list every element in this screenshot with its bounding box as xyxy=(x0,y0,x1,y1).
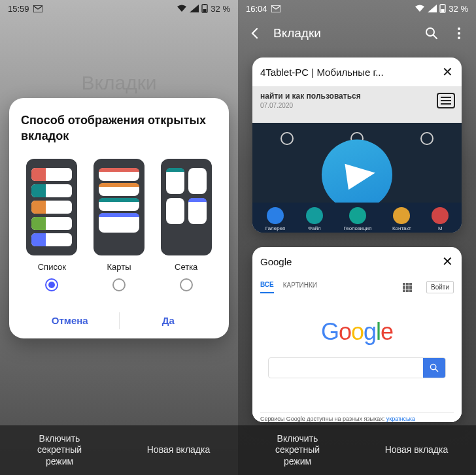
svg-point-9 xyxy=(458,27,460,30)
battery-percent: 32 % xyxy=(211,4,230,14)
tab-preview-2: ВСЕ КАРТИНКИ Войти Google Сервисы Google… xyxy=(252,276,462,422)
layout-options: Список Карты xyxy=(21,159,217,291)
preview-dark-area: Галерея Файл Геопозиция Контакт М xyxy=(252,123,462,233)
nav-file: Файл xyxy=(308,225,321,231)
status-time: 15:59 xyxy=(8,4,29,14)
status-bar: 15:59 32 % xyxy=(0,0,238,17)
option-cards[interactable]: Карты xyxy=(88,159,150,291)
google-logo: Google xyxy=(260,318,454,346)
dialog-title: Способ отображения открытых вкладок xyxy=(21,112,217,144)
wifi-icon xyxy=(177,5,187,12)
status-time: 16:04 xyxy=(246,4,267,14)
option-grid[interactable]: Сетка xyxy=(155,159,217,291)
signin-button: Войти xyxy=(426,281,454,293)
telegram-icon xyxy=(322,140,392,210)
secret-mode-button[interactable]: Включить секретный режим xyxy=(0,425,119,475)
battery-icon xyxy=(201,4,208,13)
signal-icon xyxy=(190,5,199,12)
new-tab-button[interactable]: Новая вкладка xyxy=(357,425,476,475)
appbar-title: Вкладки xyxy=(273,26,413,41)
search-icon xyxy=(423,358,445,378)
wifi-icon xyxy=(415,5,425,12)
new-tab-button[interactable]: Новая вкладка xyxy=(119,425,238,475)
option-list[interactable]: Список xyxy=(21,159,83,291)
back-button[interactable] xyxy=(246,24,264,42)
svg-point-12 xyxy=(431,364,436,369)
dimmed-title: Вкладки xyxy=(0,72,238,94)
radio-grid[interactable] xyxy=(180,278,193,291)
google-tabs: ВСЕ КАРТИНКИ Войти xyxy=(260,281,454,293)
battery-icon xyxy=(439,4,446,13)
list-preview-icon xyxy=(26,159,77,255)
google-footer: Сервисы Google доступны на разных языках… xyxy=(260,412,454,422)
preview-bottom-nav: Галерея Файл Геопозиция Контакт М xyxy=(252,203,462,233)
footer-lang-link: українська xyxy=(386,416,415,422)
svg-rect-2 xyxy=(203,9,207,12)
dialog-actions: Отмена Да xyxy=(21,303,217,338)
top-app-bar: Вкладки xyxy=(238,17,476,50)
preview-subtitle: найти и как пользоваться xyxy=(252,86,462,102)
search-button[interactable] xyxy=(422,24,441,42)
preview-date: 07.07.2020 xyxy=(252,102,462,113)
google-tab-all: ВСЕ xyxy=(260,281,274,293)
radio-list[interactable] xyxy=(45,278,58,291)
svg-point-11 xyxy=(458,37,460,39)
svg-rect-6 xyxy=(441,9,445,12)
radio-cards[interactable] xyxy=(112,278,126,291)
svg-point-8 xyxy=(426,28,434,36)
bottom-bar: Включить секретный режим Новая вкладка xyxy=(0,425,238,475)
svg-rect-7 xyxy=(442,4,444,5)
status-bar: 16:04 32 % xyxy=(238,0,476,17)
nav-geo: Геопозиция xyxy=(343,225,371,231)
option-list-label: Список xyxy=(38,262,66,272)
nav-m: М xyxy=(438,225,443,231)
tab-header-1: 4Tablet-PC | Мобильные г... ✕ xyxy=(252,57,462,86)
cancel-button[interactable]: Отмена xyxy=(21,303,119,338)
svg-point-10 xyxy=(458,32,460,35)
tab-layout-dialog: Способ отображения открытых вкладок Спис… xyxy=(9,98,229,338)
more-button[interactable] xyxy=(450,24,468,42)
tab-header-2: Google ✕ xyxy=(252,247,462,276)
tab-title-1: 4Tablet-PC | Мобильные г... xyxy=(260,67,435,78)
tab-preview-1: найти и как пользоваться 07.07.2020 Гале… xyxy=(252,86,462,233)
bottom-bar: Включить секретный режим Новая вкладка xyxy=(238,425,476,475)
left-screenshot: Вкладки 15:59 32 % Способ отображения от… xyxy=(0,0,238,475)
cards-preview-icon xyxy=(94,159,144,255)
right-screenshot: 16:04 32 % Вкладки xyxy=(238,0,476,475)
tab-card-1[interactable]: 4Tablet-PC | Мобильные г... ✕ найти и ка… xyxy=(252,57,462,233)
secret-mode-button[interactable]: Включить секретный режим xyxy=(238,425,357,475)
tab-card-2[interactable]: Google ✕ ВСЕ КАРТИНКИ Войти Google Серв xyxy=(252,247,462,422)
apps-grid-icon xyxy=(403,283,412,292)
mail-icon xyxy=(33,5,42,12)
mail-icon xyxy=(271,5,280,12)
ok-button[interactable]: Да xyxy=(120,303,218,338)
close-tab-2-button[interactable]: ✕ xyxy=(441,254,454,269)
google-tab-images: КАРТИНКИ xyxy=(283,282,317,293)
svg-rect-3 xyxy=(204,4,206,5)
google-search-bar xyxy=(268,357,446,378)
signal-icon xyxy=(428,5,437,12)
nav-gallery: Галерея xyxy=(265,225,286,231)
battery-percent: 32 % xyxy=(449,4,468,14)
option-grid-label: Сетка xyxy=(175,262,197,272)
hamburger-icon xyxy=(437,93,455,108)
close-tab-1-button[interactable]: ✕ xyxy=(441,64,454,80)
option-cards-label: Карты xyxy=(107,262,131,272)
grid-preview-icon xyxy=(161,159,212,255)
tab-title-2: Google xyxy=(260,256,435,267)
nav-contact: Контакт xyxy=(392,225,411,231)
